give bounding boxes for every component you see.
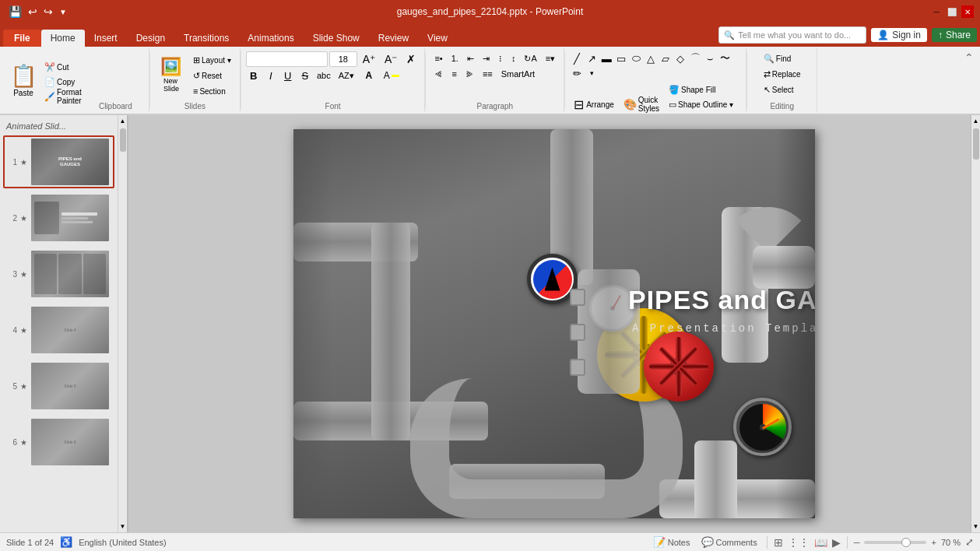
clear-formatting-button[interactable]: ✗ <box>402 52 420 66</box>
spacing-button[interactable]: AZ▾ <box>335 68 358 82</box>
reading-view-button[interactable]: 📖 <box>814 536 827 549</box>
italic-button[interactable]: I <box>263 68 279 82</box>
find-button[interactable]: 🔍 Find <box>760 51 805 65</box>
replace-button[interactable]: ⇄ Replace <box>760 67 805 81</box>
oval-shape[interactable]: ⬭ <box>629 51 643 65</box>
zoom-thumb[interactable] <box>901 538 911 547</box>
notes-button[interactable]: 📝 Notes <box>650 536 694 548</box>
tab-home[interactable]: Home <box>41 30 85 47</box>
cut-button[interactable]: ✂️Cut <box>40 60 86 74</box>
increase-indent-button[interactable]: ⇥ <box>479 51 494 65</box>
align-left-button[interactable]: ⫷ <box>430 67 447 81</box>
line-shape[interactable]: ╱ <box>570 51 584 65</box>
parallelogram-shape[interactable]: ▱ <box>659 51 673 65</box>
freeform-shape[interactable]: ✏ <box>570 66 584 80</box>
tab-slide-show[interactable]: Slide Show <box>304 30 369 47</box>
redo-icon[interactable]: ↪ <box>41 3 55 20</box>
accessibility-icon[interactable]: ♿ <box>60 536 72 548</box>
slide-item-3[interactable]: 3 ★ <box>3 247 114 300</box>
slide-item-2[interactable]: 2 ★ <box>3 191 114 244</box>
arrange-button[interactable]: ⊟ Arrange <box>570 93 618 115</box>
copy-button[interactable]: 📄Copy <box>40 75 86 89</box>
strikethrough-button[interactable]: S <box>297 68 313 82</box>
arrow-shape[interactable]: ↗ <box>585 51 599 65</box>
rect-shape[interactable]: ▬ <box>599 51 613 65</box>
paste-button[interactable]: 📋 Paste <box>6 55 40 106</box>
font-color-button[interactable]: A <box>360 68 378 82</box>
signin-button[interactable]: 👤 Sign in <box>871 28 927 42</box>
slide-panel-scrollbar[interactable]: ▲ ▼ <box>118 115 128 532</box>
slideshow-button[interactable]: ▶ <box>832 536 841 549</box>
scroll-thumb[interactable] <box>120 128 126 152</box>
triangle-shape[interactable]: △ <box>644 51 658 65</box>
shape-fill-button[interactable]: 🪣 Shape Fill <box>665 82 737 97</box>
collapse-ribbon-button[interactable]: ⌃ <box>964 51 974 64</box>
slide-item-1[interactable]: 1 ★ PIPES andGAUGES <box>3 135 114 188</box>
section-button[interactable]: ≡Section <box>189 84 235 98</box>
customize-qat-icon[interactable]: ▼ <box>57 5 69 19</box>
new-slide-button[interactable]: 🖼️ NewSlide <box>155 51 188 98</box>
slide-item-5[interactable]: 5 ★ Slide 5 <box>3 360 114 412</box>
decrease-font-button[interactable]: A⁻ <box>381 52 401 66</box>
text-highlight-button[interactable]: A <box>380 68 403 82</box>
restore-button[interactable]: ⬜ <box>946 5 958 18</box>
zoom-out-button[interactable]: ─ <box>854 538 860 547</box>
columns-button[interactable]: ⫶ <box>494 51 507 65</box>
quick-styles-button[interactable]: 🎨 QuickStyles <box>620 93 663 115</box>
share-button[interactable]: ↑ Share <box>932 28 977 42</box>
canvas-scroll-down[interactable]: ▼ <box>971 521 980 532</box>
tab-transitions[interactable]: Transitions <box>174 30 238 47</box>
canvas-scroll-thumb[interactable] <box>973 128 979 160</box>
decrease-indent-button[interactable]: ⇤ <box>463 51 478 65</box>
align-center-button[interactable]: ≡ <box>448 67 460 81</box>
scroll-down-arrow[interactable]: ▼ <box>118 521 128 532</box>
slide-canvas[interactable]: PIPES and GAUGES A Presentation Template <box>293 129 815 518</box>
tell-me-input[interactable]: 🔍 Tell me what you want to do... <box>718 26 866 44</box>
layout-button[interactable]: ⊞ Layout ▾ <box>189 53 235 67</box>
minimize-button[interactable]: ─ <box>930 5 943 18</box>
more-shapes-button[interactable]: ▾ <box>585 66 599 80</box>
tab-animations[interactable]: Animations <box>238 30 303 47</box>
rounded-rect-shape[interactable]: ▭ <box>614 51 628 65</box>
scroll-up-arrow[interactable]: ▲ <box>118 115 128 127</box>
format-painter-button[interactable]: 🖌️Format Painter <box>40 89 86 104</box>
line-spacing-button[interactable]: ↕ <box>508 51 520 65</box>
curve-shape[interactable]: 〜 <box>718 51 732 65</box>
comments-button[interactable]: 💬 Comments <box>698 536 760 548</box>
tab-insert[interactable]: Insert <box>85 30 127 47</box>
reset-button[interactable]: ↺ Reset <box>189 68 235 82</box>
arc-shape[interactable]: ⌣ <box>703 51 717 65</box>
normal-view-button[interactable]: ⊞ <box>774 536 783 549</box>
fit-slide-button[interactable]: ⤢ <box>965 536 974 548</box>
slide-sorter-button[interactable]: ⋮⋮ <box>788 536 810 549</box>
select-button[interactable]: ↖ Select <box>760 82 805 97</box>
bold-button[interactable]: B <box>246 68 262 82</box>
canvas-vertical-scrollbar[interactable]: ▲ ▼ <box>971 115 980 532</box>
close-button[interactable]: ✕ <box>961 5 974 18</box>
diamond-shape[interactable]: ◇ <box>673 51 687 65</box>
tab-review[interactable]: Review <box>369 30 418 47</box>
tab-design[interactable]: Design <box>127 30 174 47</box>
callout-shape[interactable]: ⌒ <box>688 51 702 65</box>
save-icon[interactable]: 💾 <box>6 3 24 20</box>
zoom-in-button[interactable]: + <box>931 538 936 547</box>
slide-item-6[interactable]: 6 ★ Slide 6 <box>3 416 114 469</box>
slide-item-4[interactable]: 4 ★ Slide 4 <box>3 304 114 356</box>
tab-view[interactable]: View <box>418 30 457 47</box>
shape-outline-button[interactable]: ▭ Shape Outline ▾ <box>665 97 737 111</box>
underline-button[interactable]: U <box>280 68 296 82</box>
canvas-scroll-up[interactable]: ▲ <box>971 115 980 127</box>
undo-icon[interactable]: ↩ <box>26 3 40 20</box>
smartart-button[interactable]: SmartArt <box>497 67 536 81</box>
text-direction-button[interactable]: ↻A <box>520 51 540 65</box>
zoom-slider[interactable] <box>864 541 926 544</box>
bullets-button[interactable]: ≡• <box>430 51 446 65</box>
font-name-input[interactable] <box>246 51 328 67</box>
align-text-button[interactable]: ≡▾ <box>542 51 559 65</box>
shadow-button[interactable]: abc <box>314 68 333 82</box>
increase-font-button[interactable]: A⁺ <box>359 52 379 66</box>
align-right-button[interactable]: ⫸ <box>462 67 478 81</box>
numbering-button[interactable]: 1. <box>448 51 462 65</box>
justify-button[interactable]: ≡≡ <box>479 67 497 81</box>
font-size-input[interactable] <box>329 51 357 67</box>
